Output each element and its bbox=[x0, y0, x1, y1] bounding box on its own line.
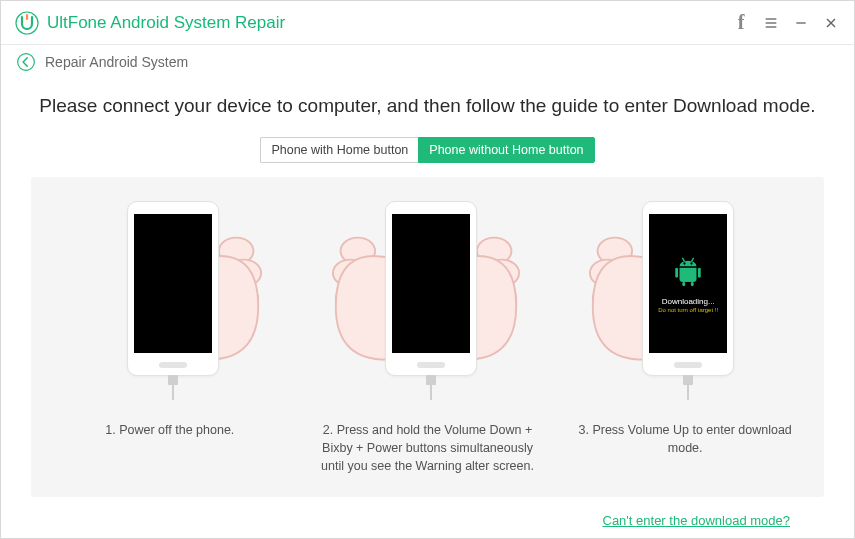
help-link-row: Can't enter the download mode? bbox=[31, 497, 824, 529]
svg-point-26 bbox=[683, 262, 685, 264]
phone-icon bbox=[385, 201, 477, 376]
instruction-text: Please connect your device to computer, … bbox=[31, 95, 824, 117]
phone-icon bbox=[127, 201, 219, 376]
cable-icon bbox=[424, 375, 438, 400]
step-2-illustration bbox=[353, 199, 503, 409]
svg-point-7 bbox=[18, 54, 35, 71]
tab-row: Phone with Home button Phone without Hom… bbox=[31, 137, 824, 163]
back-button[interactable] bbox=[15, 51, 37, 73]
main-content: Please connect your device to computer, … bbox=[1, 79, 854, 529]
phone-icon: Downloading... Do not turn off target !! bbox=[642, 201, 734, 376]
step-3-caption: 3. Press Volume Up to enter download mod… bbox=[570, 421, 800, 457]
tab-without-home[interactable]: Phone without Home button bbox=[418, 137, 594, 163]
help-link[interactable]: Can't enter the download mode? bbox=[603, 513, 791, 528]
svg-line-25 bbox=[692, 257, 694, 261]
step-2: 2. Press and hold the Volume Down + Bixb… bbox=[299, 199, 557, 475]
menu-icon[interactable] bbox=[756, 8, 786, 38]
tab-with-home[interactable]: Phone with Home button bbox=[260, 137, 418, 163]
minimize-icon[interactable] bbox=[786, 8, 816, 38]
svg-rect-23 bbox=[691, 281, 694, 285]
steps-panel: 1. Power off the phone. bbox=[31, 177, 824, 497]
svg-point-27 bbox=[691, 262, 693, 264]
step-2-caption: 2. Press and hold the Volume Down + Bixb… bbox=[313, 421, 543, 475]
svg-rect-21 bbox=[698, 267, 701, 277]
cable-icon bbox=[166, 375, 180, 400]
download-status: Downloading... bbox=[662, 297, 715, 306]
step-1-caption: 1. Power off the phone. bbox=[55, 421, 285, 439]
app-title: UltFone Android System Repair bbox=[47, 13, 285, 33]
download-warning: Do not turn off target !! bbox=[658, 307, 718, 313]
step-3: Downloading... Do not turn off target !!… bbox=[556, 199, 814, 475]
cable-icon bbox=[681, 375, 695, 400]
facebook-icon[interactable]: f bbox=[726, 8, 756, 38]
svg-rect-20 bbox=[675, 267, 678, 277]
step-3-illustration: Downloading... Do not turn off target !! bbox=[610, 199, 760, 409]
subheader: Repair Android System bbox=[1, 45, 854, 79]
svg-rect-22 bbox=[683, 281, 686, 285]
close-icon[interactable] bbox=[816, 8, 846, 38]
breadcrumb: Repair Android System bbox=[45, 54, 188, 70]
step-1: 1. Power off the phone. bbox=[41, 199, 299, 475]
svg-line-24 bbox=[683, 257, 685, 261]
app-logo-icon bbox=[15, 11, 39, 35]
android-icon bbox=[671, 255, 705, 293]
step-1-illustration bbox=[95, 199, 245, 409]
titlebar: UltFone Android System Repair f bbox=[1, 1, 854, 45]
